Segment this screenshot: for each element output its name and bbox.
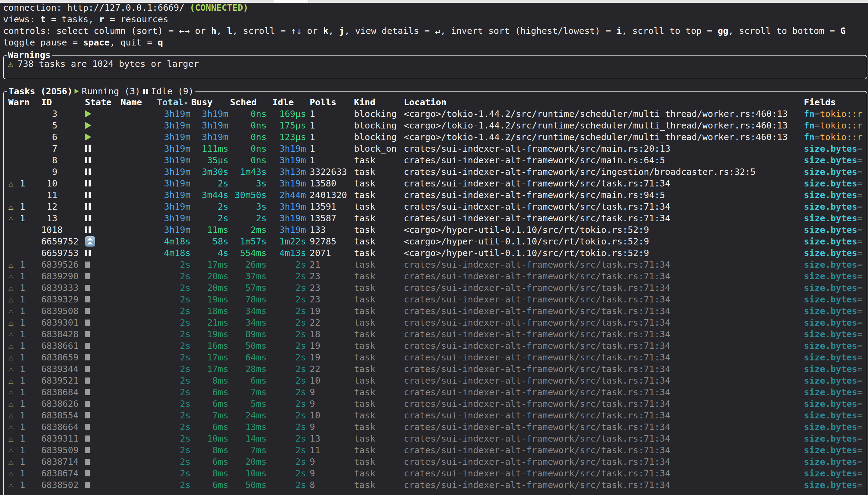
cell-polls: 22 — [310, 317, 320, 328]
task-row[interactable]: ⚠168393112s10ms14ms2s13taskcrates/sui-in… — [4, 433, 867, 444]
cell-total: 3h19m — [153, 189, 190, 201]
column-header-total[interactable]: Total▿ — [157, 97, 188, 108]
cell-total: 2s — [153, 305, 190, 317]
column-header-id[interactable]: ID — [41, 97, 52, 108]
task-row[interactable]: ⚠168395262s17ms26ms2s21taskcrates/sui-in… — [4, 259, 867, 270]
cell-sched: 10ms — [229, 467, 267, 479]
column-header-warn[interactable]: Warn — [8, 97, 30, 108]
task-row[interactable]: ⚠168392902s20ms37ms2s23taskcrates/sui-in… — [4, 270, 867, 282]
cell-total: 2s — [153, 375, 190, 386]
completed-icon — [85, 470, 90, 476]
cell-busy: 6ms — [190, 398, 229, 410]
task-row[interactable]: ⚠168386742s8ms10ms2s9taskcrates/sui-inde… — [4, 467, 867, 479]
cell-polls: 13 — [310, 433, 320, 444]
task-row[interactable]: 10183h19m11ms2ms3h19m133task<cargo>/hype… — [4, 224, 867, 236]
task-row[interactable]: ⚠168385022s6ms50ms2s8taskcrates/sui-inde… — [4, 479, 867, 491]
task-row[interactable]: ⚠168393332s20ms57ms2s23taskcrates/sui-in… — [4, 282, 867, 294]
cell-id: 13 — [41, 212, 84, 224]
column-header-state[interactable]: State — [85, 97, 112, 108]
column-header-polls[interactable]: Polls — [310, 97, 336, 108]
column-header-location[interactable]: Location — [404, 97, 447, 108]
warning-item: ⚠738 tasks are 1024 bytes or larger — [8, 58, 199, 70]
cell-idle: 2s — [267, 294, 306, 305]
key-hint: gg — [718, 25, 729, 36]
task-row[interactable]: ⚠168395212s8ms6ms2s10taskcrates/sui-inde… — [4, 375, 867, 386]
cell-idle: 2s — [267, 270, 306, 282]
cell-state — [85, 189, 91, 201]
task-row[interactable]: ⚠168387142s6ms20ms2s9taskcrates/sui-inde… — [4, 456, 867, 467]
tokio-console-terminal: connection: http://127.0.0.1:6669/ (CONN… — [0, 0, 868, 495]
cell-warn-count: 1 — [20, 456, 25, 467]
column-header-idle[interactable]: Idle — [272, 97, 294, 108]
cell-sched: 3s — [229, 201, 267, 212]
cell-busy: 3h19m — [190, 108, 229, 120]
warning-icon: ⚠ — [8, 352, 14, 363]
cell-id: 6839301 — [41, 317, 84, 328]
cell-busy: 7ms — [190, 410, 229, 421]
task-row[interactable]: 63h19m3h19m0ns123µs1blocking<cargo>/toki… — [4, 131, 867, 143]
task-row[interactable]: ⚠168386592s17ms64ms2s19taskcrates/sui-in… — [4, 352, 867, 363]
task-row[interactable]: ⚠168395092s8ms7ms2s11taskcrates/sui-inde… — [4, 444, 867, 456]
warning-icon: ⚠ — [8, 305, 14, 317]
cell-polls: 22 — [310, 363, 320, 375]
status-text: , scroll to bottom = — [729, 25, 840, 36]
cell-location: crates/sui-indexer-alt-framework/src/tas… — [404, 433, 670, 444]
task-row[interactable]: 33h19m3h19m0ns169µs1blocking<cargo>/toki… — [4, 108, 867, 120]
status-text: views: — [3, 14, 40, 24]
cell-state — [85, 131, 91, 143]
task-row[interactable]: ⚠168386642s6ms13ms2s9taskcrates/sui-inde… — [4, 421, 867, 433]
task-row[interactable]: 113h19m3m44s30m50s2h44m2401320taskcrates… — [4, 189, 867, 201]
cell-idle: 2s — [267, 467, 306, 479]
column-header-name[interactable]: Name — [121, 97, 142, 108]
task-row[interactable]: ⚠168384282s19ms89ms2s18taskcrates/sui-in… — [4, 328, 867, 340]
task-row[interactable]: ⚠168393292s19ms78ms2s23taskcrates/sui-in… — [4, 294, 867, 305]
cell-sched: 3s — [229, 177, 267, 189]
task-row[interactable]: ⚠168385542s7ms24ms2s10taskcrates/sui-ind… — [4, 410, 867, 421]
task-row[interactable]: ⚠168386612s16ms50ms2s19taskcrates/sui-in… — [4, 340, 867, 352]
completed-icon — [85, 401, 90, 407]
task-row[interactable]: 93h19m3m30s1m43s3h13m3322633taskcrates/s… — [4, 166, 867, 177]
task-row[interactable]: 66597534m18s4s554ms4m13s2071task<cargo>/… — [4, 247, 867, 259]
cell-kind: task — [354, 433, 375, 444]
cell-state — [85, 120, 91, 131]
column-label: Fields — [804, 97, 836, 107]
cell-fields: size.bytes= — [804, 259, 863, 270]
completed-icon — [85, 331, 90, 337]
cell-fields: size.bytes= — [804, 375, 863, 386]
cell-busy: 17ms — [190, 352, 229, 363]
warning-icon: ⚠ — [8, 177, 14, 189]
task-row[interactable]: ⚠168386262s6ms5ms2s9taskcrates/sui-index… — [4, 398, 867, 410]
task-row[interactable]: 53h19m3h19m0ns175µs1blocking<cargo>/toki… — [4, 120, 867, 131]
status-line: connection: http://127.0.0.1:6669/ (CONN… — [3, 2, 846, 13]
task-row[interactable]: ⚠168395082s18ms34ms2s19taskcrates/sui-in… — [4, 305, 867, 317]
cell-location: crates/sui-indexer-alt-framework/src/mai… — [404, 189, 665, 201]
cell-busy: 18ms — [190, 305, 229, 317]
task-row[interactable]: ⚠1133h19m2s2s3h19m13587taskcrates/sui-in… — [4, 212, 867, 224]
cell-busy: 6ms — [190, 479, 229, 491]
cell-sched: 0ns — [229, 120, 267, 131]
task-row[interactable]: 83h19m35µs0ns3h19m1taskcrates/sui-indexe… — [4, 154, 867, 166]
cell-idle: 2s — [267, 375, 306, 386]
warning-icon: ⚠ — [8, 456, 14, 467]
column-header-kind[interactable]: Kind — [354, 97, 375, 108]
cell-fields: size.bytes= — [804, 444, 863, 456]
cell-fields: size.bytes= — [804, 189, 863, 201]
column-header-busy[interactable]: Busy — [191, 97, 213, 108]
task-row[interactable]: ⚠1103h19m2s3s3h19m13580taskcrates/sui-in… — [4, 177, 867, 189]
cell-fields: size.bytes= — [804, 398, 863, 410]
cell-sched: 34ms — [229, 317, 267, 328]
task-row[interactable]: ⚠168386842s6ms7ms2s9taskcrates/sui-index… — [4, 386, 867, 398]
task-row[interactable]: 73h19m111ms0ns3h19m1block_oncrates/sui-i… — [4, 143, 867, 154]
task-row[interactable]: ⚠1123h19m2s3s3h19m13591taskcrates/sui-in… — [4, 201, 867, 212]
cell-sched: 20ms — [229, 456, 267, 467]
task-row[interactable]: 66597524m18s58s1m57s1m22s92785task<cargo… — [4, 236, 867, 247]
cell-warn-count: 1 — [20, 421, 25, 433]
column-header-sched[interactable]: Sched — [230, 97, 256, 108]
tasks-panel: Tasks (2056) Running (3) Idle (9) WarnID… — [3, 91, 867, 495]
column-header-fields[interactable]: Fields — [804, 97, 836, 108]
task-row[interactable]: ⚠168393442s17ms28ms2s22taskcrates/sui-in… — [4, 363, 867, 375]
task-row[interactable]: ⚠168393012s21ms34ms2s22taskcrates/sui-in… — [4, 317, 867, 328]
cell-kind: task — [354, 410, 375, 421]
cell-id: 6838428 — [41, 328, 84, 340]
cell-state — [85, 375, 90, 386]
